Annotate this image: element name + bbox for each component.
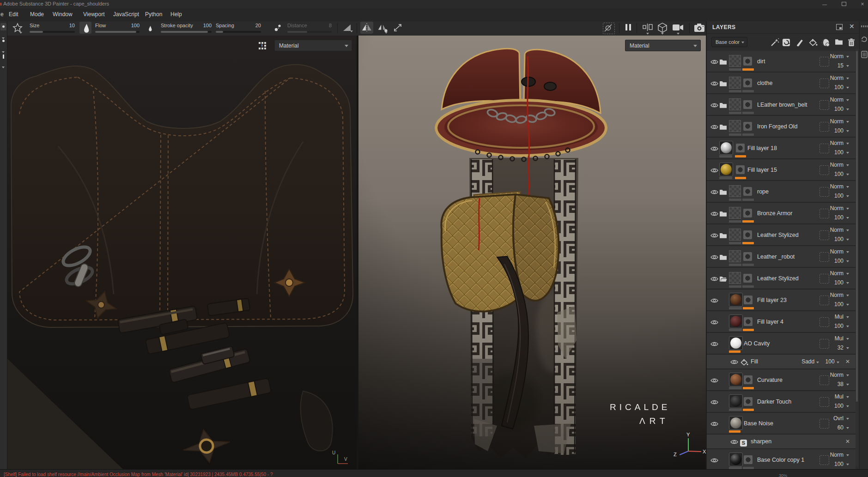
layer-effect-row[interactable]: Ssharpen✕ (707, 435, 856, 449)
menu-clipped[interactable]: e (0, 11, 4, 18)
screenshot-icon[interactable] (694, 23, 705, 32)
mask-anchor-box[interactable] (819, 209, 829, 218)
stroke-opacity-param[interactable]: Stroke opacity 100 (161, 22, 212, 35)
brush-tip-icon[interactable] (79, 22, 91, 34)
material-mode-select-2d[interactable]: Material (274, 40, 352, 51)
layer-thumbnail[interactable] (729, 207, 741, 219)
layer-name[interactable]: Fill layer 4 (757, 319, 783, 325)
opacity-select[interactable]: 15 (838, 62, 849, 69)
blend-mode-select[interactable]: Norm (830, 452, 849, 458)
layer-visibility-toggle[interactable] (710, 341, 718, 347)
layer-visibility-toggle[interactable] (710, 378, 718, 383)
mask-thumbnail[interactable] (743, 274, 752, 283)
layer-name[interactable]: Leather Stylized (757, 232, 799, 238)
texture-set-grid-icon[interactable]: i (258, 42, 266, 49)
menu-javascript[interactable]: JavaScript (113, 11, 139, 18)
layer-visibility-toggle[interactable] (710, 298, 718, 303)
layer-row[interactable]: dirt Norm 15 (707, 51, 856, 72)
folder-icon[interactable] (719, 124, 727, 130)
fill-layer-thumbnail[interactable] (729, 314, 743, 328)
menu-viewport[interactable]: Viewport (83, 11, 104, 18)
layers-scrollbar[interactable] (856, 49, 858, 467)
layer-name[interactable]: Base Color copy 1 (757, 457, 804, 463)
folder-icon[interactable] (719, 102, 727, 109)
add-fill-layer-button[interactable] (808, 38, 818, 47)
mask-anchor-box[interactable] (819, 252, 829, 262)
layer-row[interactable]: Curvature Norm 38 (707, 369, 856, 391)
flow-param[interactable]: Flow 100 (95, 22, 140, 35)
blend-mode-select[interactable]: Mul (835, 314, 849, 320)
left-tool-strip[interactable] (0, 21, 7, 477)
opacity-select[interactable]: 100 (834, 461, 849, 467)
layer-row[interactable]: Base Color copy 1 Norm 100 (707, 449, 856, 471)
blend-mode-select[interactable]: Norm (830, 183, 849, 190)
opacity-select[interactable]: 100 (834, 279, 849, 286)
layer-visibility-toggle[interactable] (730, 359, 738, 365)
scrollbar-thumb[interactable] (856, 51, 858, 402)
chevron-down-icon[interactable] (2, 62, 5, 70)
minimize-button[interactable]: — (819, 1, 831, 7)
mask-thumbnail[interactable] (743, 187, 752, 196)
mask-thumbnail[interactable] (743, 230, 752, 239)
menu-help[interactable]: Help (170, 11, 182, 18)
mask-thumbnail[interactable] (743, 100, 752, 109)
opacity-select[interactable]: 100 (834, 214, 849, 221)
effect-delete-button[interactable]: ✕ (845, 438, 850, 445)
opacity-select[interactable]: 100 (834, 171, 849, 177)
layers-panel-header[interactable]: LAYERS ✕ (707, 21, 859, 34)
add-folder-button[interactable] (835, 38, 844, 47)
opacity-select[interactable]: 100 (834, 236, 849, 242)
layer-visibility-toggle[interactable] (710, 59, 718, 65)
layer-row[interactable]: Leather Stylized Norm 100 (707, 268, 856, 290)
blend-mode-select[interactable]: Norm (830, 372, 849, 378)
blend-mode-select[interactable]: Norm (830, 75, 849, 81)
cube-view-icon[interactable] (657, 23, 668, 33)
layer-visibility-toggle[interactable] (710, 254, 718, 260)
layer-row[interactable]: Bronze Armor Norm 100 (707, 203, 856, 224)
layer-thumbnail[interactable] (729, 272, 741, 284)
opacity-select[interactable]: 38 (838, 381, 849, 387)
opacity-select[interactable]: 100 (834, 258, 849, 264)
layer-thumbnail[interactable] (729, 77, 741, 89)
opacity-select[interactable]: 100 (834, 301, 849, 308)
folder-icon[interactable] (719, 211, 727, 217)
panel-close-icon[interactable]: ✕ (849, 23, 855, 30)
folder-icon[interactable] (719, 80, 727, 87)
opacity-select[interactable]: 100 (834, 403, 849, 409)
layer-name[interactable]: Fill layer 18 (747, 145, 777, 151)
particle-brush-icon[interactable] (12, 23, 23, 34)
mask-thumbnail[interactable] (744, 397, 753, 406)
opacity-select[interactable]: 100 (834, 84, 849, 91)
projection-tool-icon[interactable] (3, 54, 4, 59)
layer-name[interactable]: dirt (757, 58, 765, 65)
symmetry-icon[interactable] (360, 22, 373, 34)
layer-row[interactable]: Fill layer 23 Norm 100 (707, 290, 856, 311)
layer-row[interactable]: Base Noise Ovrl 60 (707, 413, 856, 435)
layer-visibility-toggle[interactable] (710, 124, 718, 130)
history-panel-icon[interactable] (861, 36, 868, 42)
layer-name[interactable]: clothe (757, 80, 772, 86)
mask-thumbnail[interactable] (743, 252, 752, 261)
layer-name[interactable]: LEather brown_belt (757, 102, 807, 108)
add-effect-button[interactable] (770, 38, 779, 47)
opacity-select[interactable]: 100 (834, 149, 849, 156)
layer-row[interactable]: clothe Norm 100 (707, 72, 856, 94)
blend-mode-select[interactable]: Mul (835, 393, 849, 400)
opacity-select[interactable]: 100 (834, 193, 849, 199)
flow-slider[interactable] (95, 31, 140, 33)
mask-anchor-box[interactable] (819, 144, 829, 153)
layer-row[interactable]: Leather _robot Norm 100 (707, 246, 856, 268)
blend-mode-select[interactable]: Mul (835, 335, 849, 342)
mask-thumbnail[interactable] (744, 317, 753, 326)
layer-visibility-toggle[interactable] (710, 103, 718, 108)
layer-visibility-toggle[interactable] (710, 146, 718, 151)
blend-mode-select[interactable]: Norm (830, 97, 849, 103)
fill-layer-thumbnail[interactable] (729, 373, 743, 386)
layer-visibility-toggle[interactable] (730, 439, 738, 445)
camera-view-icon[interactable] (673, 24, 684, 31)
channel-filter-select[interactable]: Base color (711, 37, 747, 47)
fill-layer-thumbnail[interactable] (719, 141, 733, 155)
blend-mode-select[interactable]: Norm (830, 118, 849, 125)
layer-row[interactable]: Iron Forged Old Norm 100 (707, 116, 856, 138)
mask-thumbnail[interactable] (744, 296, 753, 304)
